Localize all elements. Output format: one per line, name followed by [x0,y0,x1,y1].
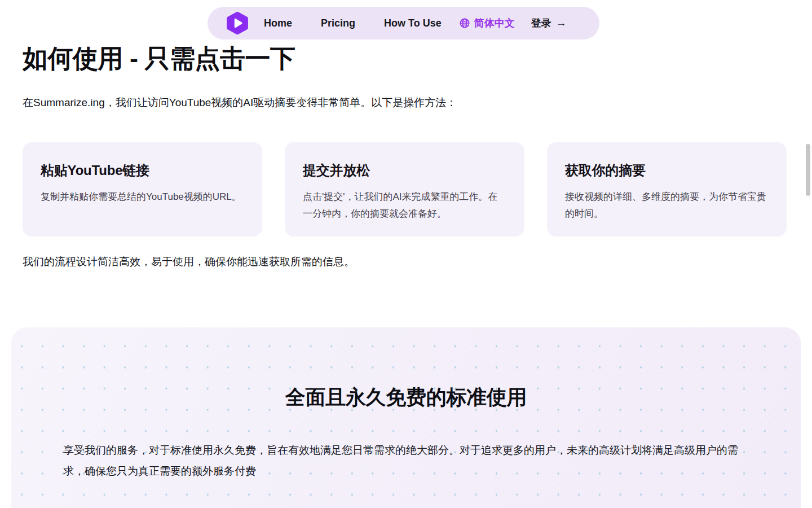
page-title: 如何使用 - 只需点击一下 [23,43,789,75]
step-card-submit: 提交并放松 点击'提交'，让我们的AI来完成繁重的工作。在一分钟内，你的摘要就会… [285,142,524,237]
step-description: 复制并粘贴你需要总结的YouTube视频的URL。 [41,189,244,205]
nav-item-home[interactable]: Home [264,17,292,29]
step-card-paste-link: 粘贴YouTube链接 复制并粘贴你需要总结的YouTube视频的URL。 [23,142,262,237]
nav-item-how-to-use[interactable]: How To Use [384,17,442,29]
arrow-right-icon: → [556,17,567,29]
intro-text: 在Summarize.ing，我们让访问YouTube视频的AI驱动摘要变得非常… [23,96,789,110]
step-title: 提交并放松 [303,161,506,179]
steps-row: 粘贴YouTube链接 复制并粘贴你需要总结的YouTube视频的URL。 提交… [23,142,789,237]
scrollbar-thumb[interactable] [806,144,810,196]
login-label: 登录 [531,16,551,30]
play-icon [226,11,249,35]
language-label: 简体中文 [474,16,515,30]
step-title: 粘贴YouTube链接 [41,161,244,179]
logo-button[interactable] [226,11,249,35]
step-title: 获取你的摘要 [565,161,769,179]
how-to-section: 如何使用 - 只需点击一下 在Summarize.ing，我们让访问YouTub… [0,43,812,269]
step-card-get-summary: 获取你的摘要 接收视频的详细、多维度的摘要，为你节省宝贵的时间。 [547,142,787,237]
step-description: 接收视频的详细、多维度的摘要，为你节省宝贵的时间。 [565,189,769,222]
globe-icon [459,17,470,29]
outro-text: 我们的流程设计简洁高效，易于使用，确保你能迅速获取所需的信息。 [23,255,789,269]
step-description: 点击'提交'，让我们的AI来完成繁重的工作。在一分钟内，你的摘要就会准备好。 [303,189,506,222]
language-switcher[interactable]: 简体中文 [459,16,515,30]
free-panel-description: 享受我们的服务，对于标准使用永久免费，旨在有效地满足您日常需求的绝大部分。对于追… [63,440,749,481]
free-panel-title: 全面且永久免费的标准使用 [11,327,801,411]
nav-item-pricing[interactable]: Pricing [321,17,355,29]
free-standard-panel: 全面且永久免费的标准使用 享受我们的服务，对于标准使用永久免费，旨在有效地满足您… [11,327,801,508]
login-button[interactable]: 登录 → [531,16,567,30]
navbar: Home Pricing How To Use 简体中文 登录 → [208,7,599,40]
